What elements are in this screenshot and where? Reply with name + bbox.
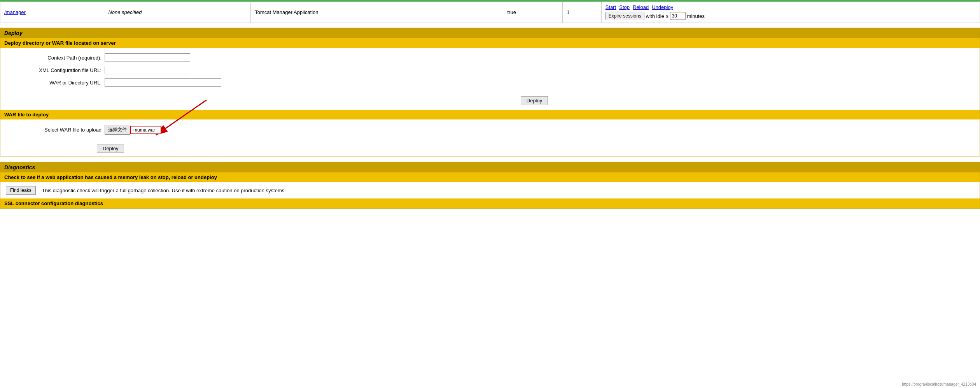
- xml-config-row: XML Configuration file URL:: [8, 66, 972, 74]
- expire-sessions-button[interactable]: Expire sessions: [606, 12, 644, 20]
- app-display-name: Tomcat Manager Application: [255, 9, 318, 15]
- diagnostics-body: Find leaks This diagnostic check will tr…: [0, 182, 980, 198]
- stop-link[interactable]: Stop: [619, 4, 630, 10]
- war-dir-input[interactable]: [105, 78, 221, 87]
- war-dir-row: WAR or Directory URL:: [8, 78, 972, 87]
- choose-file-button[interactable]: 选择文件: [105, 125, 130, 135]
- deploy-section: Deploy Deploy directory or WAR file loca…: [0, 28, 980, 156]
- diagnostics-subtitle: Check to see if a web application has ca…: [0, 172, 980, 182]
- app-path-link[interactable]: /manager: [4, 9, 26, 15]
- app-running: true: [507, 9, 516, 15]
- deploy-button-1[interactable]: Deploy: [521, 96, 548, 105]
- find-leaks-button[interactable]: Find leaks: [6, 186, 36, 195]
- context-path-row: Context Path (required):: [8, 53, 972, 62]
- deploy-btn-row-2: Deploy: [0, 144, 980, 156]
- xml-config-label: XML Configuration file URL:: [8, 67, 102, 73]
- selected-file-name: muma.war: [130, 126, 161, 134]
- war-dir-label: WAR or Directory URL:: [8, 80, 102, 86]
- war-upload-row: Select WAR file to upload 选择文件 muma.war: [8, 125, 972, 135]
- expire-unit-label: minutes: [687, 13, 705, 19]
- reload-link[interactable]: Reload: [633, 4, 649, 10]
- app-actions-top: Start Stop Reload Undeploy: [606, 4, 976, 10]
- war-upload-area: Select WAR file to upload 选择文件 muma.war: [0, 119, 980, 144]
- file-input-wrapper: 选择文件 muma.war: [105, 125, 161, 135]
- expire-with-label: with idle ≥: [646, 13, 668, 19]
- expire-minutes-input[interactable]: [670, 12, 686, 20]
- context-path-label: Context Path (required):: [8, 55, 102, 61]
- app-actions-cell: Start Stop Reload Undeploy Expire sessio…: [601, 2, 980, 23]
- find-leaks-description: This diagnostic check will trigger a ful…: [42, 188, 286, 193]
- deploy-form-area: Context Path (required): XML Configurati…: [0, 48, 980, 96]
- diagnostics-section-title: Diagnostics: [0, 162, 980, 172]
- app-table: /manager None specified Tomcat Manager A…: [0, 2, 980, 23]
- select-war-label: Select WAR file to upload: [8, 127, 102, 133]
- ssl-subtitle: SSL connector configuration diagnostics: [0, 198, 980, 208]
- table-row: /manager None specified Tomcat Manager A…: [0, 2, 980, 23]
- start-link[interactable]: Start: [606, 4, 616, 10]
- expire-row: Expire sessions with idle ≥ minutes: [606, 12, 976, 20]
- app-path-cell: /manager: [0, 2, 104, 23]
- deploy-button-2[interactable]: Deploy: [97, 144, 124, 153]
- app-sessions-link[interactable]: 1: [567, 9, 569, 15]
- app-version: None specified: [108, 9, 142, 15]
- deploy-subtitle-2: WAR file to deploy: [0, 110, 980, 119]
- context-path-input[interactable]: [105, 53, 190, 62]
- app-running-cell: true: [503, 2, 563, 23]
- deploy-btn-row-1: Deploy: [0, 96, 980, 110]
- diagnostics-section: Diagnostics Check to see if a web applic…: [0, 162, 980, 209]
- deploy-section-title: Deploy: [0, 28, 980, 38]
- app-display-name-cell: Tomcat Manager Application: [251, 2, 503, 23]
- app-sessions-cell: 1: [563, 2, 601, 23]
- app-version-cell: None specified: [104, 2, 251, 23]
- deploy-subtitle-1: Deploy directory or WAR file located on …: [0, 38, 980, 48]
- undeploy-link[interactable]: Undeploy: [652, 4, 673, 10]
- xml-config-input[interactable]: [105, 66, 190, 74]
